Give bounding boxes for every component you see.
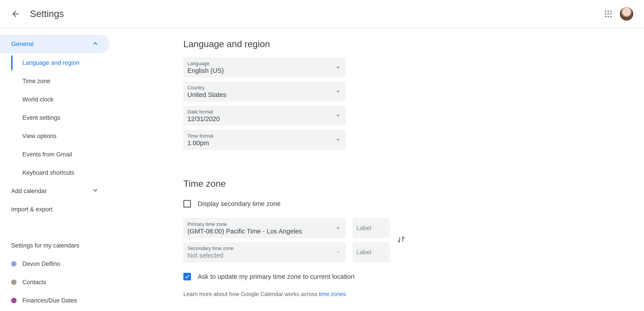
select-value: 1:00pm [188,139,336,147]
settings-main: Language and region Language English (US… [110,28,644,311]
time-format-select[interactable]: Time format 1:00pm [183,130,346,150]
sidebar-calendar-item[interactable]: Contacts [0,273,110,291]
sidebar-item-keyboard-shortcuts[interactable]: Keyboard shortcuts [12,164,110,182]
select-value: (GMT-08:00) Pacific Time - Los Angeles [188,228,336,235]
dropdown-arrow-icon [336,136,340,143]
svg-point-3 [605,13,606,14]
sidebar-section-label: General [11,40,34,48]
primary-tz-select[interactable]: Primary time zone (GMT-08:00) Pacific Ti… [183,218,346,238]
calendar-color-dot [11,280,16,285]
select-label: Secondary time zone [188,246,336,251]
dropdown-arrow-icon [336,112,340,119]
account-avatar[interactable] [620,7,633,20]
input-placeholder: Label [356,225,371,232]
sidebar-item-import-export[interactable]: Import & export [0,200,110,219]
svg-point-6 [605,16,606,17]
time-zones-helper-text: Learn more about how Google Calendar wor… [183,291,644,297]
apps-grid-icon [604,10,612,18]
sidebar-general-subitems: Language and region Time zone World cloc… [11,54,110,182]
settings-sidebar: General Language and region Time zone Wo… [0,28,110,311]
calendar-color-dot [11,261,16,267]
sidebar-item-label: Time zone [22,78,50,85]
date-format-select[interactable]: Date format 12/31/2020 [183,106,346,126]
select-value: English (US) [188,67,336,74]
sidebar-calendar-item[interactable]: Finances/Due Dates [0,291,110,310]
swap-vertical-icon [396,235,406,244]
display-secondary-tz-checkbox[interactable] [183,200,191,208]
secondary-tz-select[interactable]: Secondary time zone Not selected [183,242,346,262]
sidebar-item-label: View options [22,133,56,140]
chevron-up-icon [92,40,98,48]
calendar-name: Contacts [22,279,46,286]
select-label: Country [188,85,336,91]
sidebar-item-label: Language and region [22,59,80,66]
svg-point-7 [608,16,609,17]
back-button[interactable] [7,5,24,23]
svg-point-5 [610,13,612,14]
calendar-name: Finances/Due Dates [22,297,77,304]
sidebar-item-label: World clock [22,96,54,103]
section-title-language-region: Language and region [183,39,644,49]
sidebar-item-label: Event settings [22,114,60,121]
primary-tz-label-input[interactable]: Label [352,218,390,238]
ask-update-tz-row: Ask to update my primary time zone to cu… [183,270,644,283]
svg-point-4 [608,13,609,14]
sidebar-item-world-clock[interactable]: World clock [12,90,110,109]
language-select[interactable]: Language English (US) [183,57,346,77]
checkmark-icon [184,274,190,279]
svg-point-0 [605,10,606,12]
select-value: 12/31/2020 [188,115,336,123]
secondary-tz-label-input[interactable]: Label [352,242,390,262]
select-value: Not selected [188,252,336,259]
sidebar-item-view-options[interactable]: View options [12,127,110,145]
sidebar-item-events-from-gmail[interactable]: Events from Gmail [12,145,110,164]
calendar-name: Devon Delfino [22,261,60,268]
sidebar-heading-my-calendars: Settings for my calendars [0,236,110,255]
sidebar-item-event-settings[interactable]: Event settings [12,109,110,127]
time-zones-link[interactable]: time zones [319,291,346,297]
dropdown-arrow-icon [336,225,340,232]
display-secondary-tz-row: Display secondary time zone [183,197,644,211]
select-label: Primary time zone [188,221,336,227]
section-title-time-zone: Time zone [183,179,644,189]
dropdown-arrow-icon [336,249,340,256]
app-header: Settings [0,0,644,28]
swap-timezones-button[interactable] [396,235,406,246]
dropdown-arrow-icon [336,88,340,95]
sidebar-item-add-calendar[interactable]: Add calendar [0,182,110,200]
chevron-down-icon [92,187,98,195]
svg-point-8 [610,16,612,17]
sidebar-item-label: Keyboard shortcuts [22,169,74,176]
sidebar-item-language-and-region[interactable]: Language and region [12,54,110,72]
select-label: Time format [188,133,336,139]
svg-point-2 [610,10,612,12]
checkbox-label: Display secondary time zone [198,200,281,208]
sidebar-calendar-item[interactable]: Devon Delfino [0,255,110,273]
country-select[interactable]: Country United States [183,81,346,102]
ask-update-tz-checkbox[interactable] [183,273,191,280]
checkbox-label: Ask to update my primary time zone to cu… [198,273,354,280]
page-title: Settings [30,8,64,19]
svg-point-1 [608,10,609,12]
select-label: Date format [188,109,336,115]
select-label: Language [188,61,336,67]
arrow-left-icon [11,9,20,19]
sidebar-section-general[interactable]: General [0,35,110,53]
calendar-color-dot [11,298,16,303]
sidebar-item-label: Events from Gmail [22,151,72,158]
sidebar-item-label: Import & export [11,206,52,213]
input-placeholder: Label [356,249,371,256]
dropdown-arrow-icon [336,64,340,71]
select-value: United States [188,91,336,98]
google-apps-button[interactable] [599,5,617,23]
sidebar-item-label: Add calendar [11,188,47,195]
sidebar-item-time-zone[interactable]: Time zone [12,72,110,90]
